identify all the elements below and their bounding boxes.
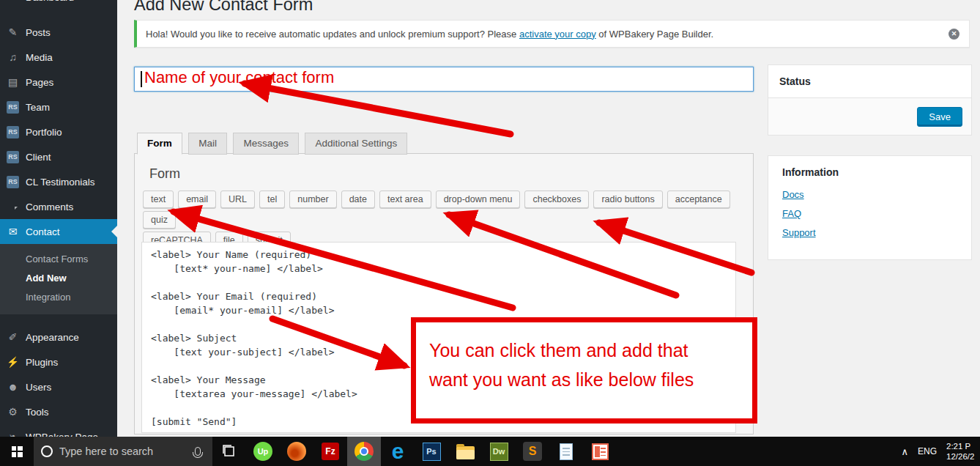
tag-button-url[interactable]: URL <box>220 191 255 208</box>
windows-taskbar: Type here to search Up Fz e Ps Dw S ∧ EN… <box>0 437 980 466</box>
text-caret <box>141 71 142 87</box>
tag-button-radio-buttons[interactable]: radio buttons <box>593 191 662 208</box>
information-box: Information Docs FAQ Support <box>768 155 972 260</box>
submenu-item-integration[interactable]: Integration <box>0 288 117 307</box>
docs-link[interactable]: Docs <box>782 189 957 200</box>
sidebar-item-client[interactable]: RS Client <box>0 144 117 169</box>
sidebar-item-label: Portfolio <box>26 127 62 138</box>
dashboard-icon: ◔ <box>0 0 26 3</box>
sidebar-item-media[interactable]: ♫ Media <box>0 45 117 70</box>
rs-badge-icon: RS <box>0 176 26 188</box>
annotation-callout-line2: want you want as like below files <box>429 365 752 394</box>
taskbar-app-office[interactable] <box>583 437 617 466</box>
task-view-icon <box>222 445 237 458</box>
status-box-title: Status <box>768 65 971 97</box>
sidebar-item-comments[interactable]: Comments <box>0 194 117 219</box>
sidebar-item-label: Tools <box>26 407 49 418</box>
sidebar-item-posts[interactable]: ✎ Posts <box>0 20 117 45</box>
tag-button-text[interactable]: text <box>143 191 174 208</box>
taskbar-app-filezilla[interactable]: Fz <box>313 437 347 466</box>
sidebar-item-tools[interactable]: ⚙ Tools <box>0 399 117 424</box>
admin-sidebar: ◔ Dashboard ✎ Posts ♫ Media ▤ Pages RS T… <box>0 0 117 437</box>
faq-link[interactable]: FAQ <box>782 208 957 219</box>
sidebar-item-contact[interactable]: ✉ Contact <box>0 219 117 244</box>
sidebar-item-portfolio[interactable]: RS Portfolio <box>0 119 117 144</box>
tag-button-email[interactable]: email <box>178 191 216 208</box>
notice-text: Hola! Would you like to receive automati… <box>146 29 713 40</box>
media-icon: ♫ <box>0 51 26 63</box>
taskbar-app-upwork[interactable]: Up <box>246 437 280 466</box>
taskbar-app-dreamweaver[interactable]: Dw <box>482 437 516 466</box>
rs-badge-icon: RS <box>0 126 26 138</box>
support-link[interactable]: Support <box>782 227 957 238</box>
sidebar-item-appearance[interactable]: ✐ Appearance <box>0 325 117 350</box>
taskbar-app-file-explorer[interactable] <box>448 437 482 466</box>
annotation-callout-line1: You can click them and add that <box>429 336 752 365</box>
tray-language[interactable]: ENG <box>918 446 937 456</box>
tag-button-dropdown-menu[interactable]: drop-down menu <box>436 191 521 208</box>
tools-icon: ⚙ <box>0 406 26 418</box>
pages-icon: ▤ <box>0 76 26 88</box>
sidebar-item-label: Team <box>26 102 50 113</box>
rs-badge-icon: RS <box>0 151 26 163</box>
contact-submenu: Contact Forms Add New Integration <box>0 244 117 314</box>
sidebar-item-pages[interactable]: ▤ Pages <box>0 70 117 95</box>
users-icon: ☻ <box>0 381 26 393</box>
taskbar-app-notepad[interactable] <box>549 437 583 466</box>
sidebar-item-label: Dashboard <box>26 0 74 3</box>
save-button[interactable]: Save <box>917 107 962 127</box>
taskbar-app-edge[interactable]: e <box>381 437 415 466</box>
search-placeholder: Type here to search <box>59 445 153 457</box>
tray-chevron-icon[interactable]: ∧ <box>901 446 908 457</box>
tag-button-text-area[interactable]: text area <box>379 191 431 208</box>
taskbar-app-sublime[interactable]: S <box>516 437 549 466</box>
information-box-title: Information <box>782 156 957 181</box>
sidebar-item-label: Comments <box>26 201 73 212</box>
screen: ◔ Dashboard ✎ Posts ♫ Media ▤ Pages RS T… <box>0 0 980 466</box>
status-actions: Save <box>768 97 971 135</box>
notepad-icon <box>560 443 573 460</box>
sidebar-item-plugins[interactable]: ⚡ Plugins <box>0 350 117 374</box>
sidebar-item-users[interactable]: ☻ Users <box>0 374 117 399</box>
taskbar-search[interactable]: Type here to search <box>34 437 212 466</box>
appearance-icon: ✐ <box>0 331 26 343</box>
firefox-icon <box>287 442 306 461</box>
tag-button-acceptance[interactable]: acceptance <box>667 191 730 208</box>
tab-mail[interactable]: Mail <box>188 133 227 155</box>
sidebar-item-dashboard[interactable]: ◔ Dashboard <box>0 0 117 10</box>
sidebar-item-label: Users <box>26 382 51 393</box>
taskbar-app-firefox[interactable] <box>280 437 313 466</box>
submenu-item-contact-forms[interactable]: Contact Forms <box>0 250 117 269</box>
file-explorer-icon <box>456 446 475 459</box>
task-view-button[interactable] <box>212 437 246 466</box>
sidebar-item-label: CL Testimonials <box>26 177 95 188</box>
dreamweaver-icon: Dw <box>490 443 508 461</box>
annotation-form-name-note: Name of your contact form <box>144 68 334 87</box>
activate-copy-link[interactable]: activate your copy <box>519 29 596 40</box>
tag-button-date[interactable]: date <box>341 191 375 208</box>
tab-additional-settings[interactable]: Additional Settings <box>305 133 407 155</box>
tab-messages[interactable]: Messages <box>233 133 299 155</box>
tag-button-number[interactable]: number <box>289 191 336 208</box>
tab-form[interactable]: Form <box>137 133 182 155</box>
cortana-icon <box>41 445 53 457</box>
status-box: Status Save <box>768 64 972 136</box>
annotation-callout-box: You can click them and add that want you… <box>411 317 757 424</box>
start-button[interactable] <box>0 437 34 466</box>
page-title: Add New Contact Form <box>134 0 313 15</box>
tag-button-tel[interactable]: tel <box>259 191 285 208</box>
taskbar-app-photoshop[interactable]: Ps <box>415 437 448 466</box>
editor-tabs: Form Mail Messages Additional Settings <box>137 133 410 155</box>
submenu-item-add-new[interactable]: Add New <box>0 269 117 288</box>
chrome-icon <box>354 442 374 461</box>
tag-button-quiz[interactable]: quiz <box>143 211 176 229</box>
microphone-icon[interactable] <box>195 447 201 456</box>
sidebar-item-cl-testimonials[interactable]: RS CL Testimonials <box>0 169 117 194</box>
posts-icon: ✎ <box>0 26 26 38</box>
sidebar-item-team[interactable]: RS Team <box>0 95 117 119</box>
tray-clock[interactable]: 2:21 P 12/26/2 <box>946 441 980 462</box>
taskbar-app-chrome[interactable] <box>347 437 381 466</box>
tag-button-checkboxes[interactable]: checkboxes <box>524 191 589 208</box>
photoshop-icon: Ps <box>423 443 441 461</box>
dismiss-notice-icon[interactable]: ✕ <box>949 29 959 40</box>
